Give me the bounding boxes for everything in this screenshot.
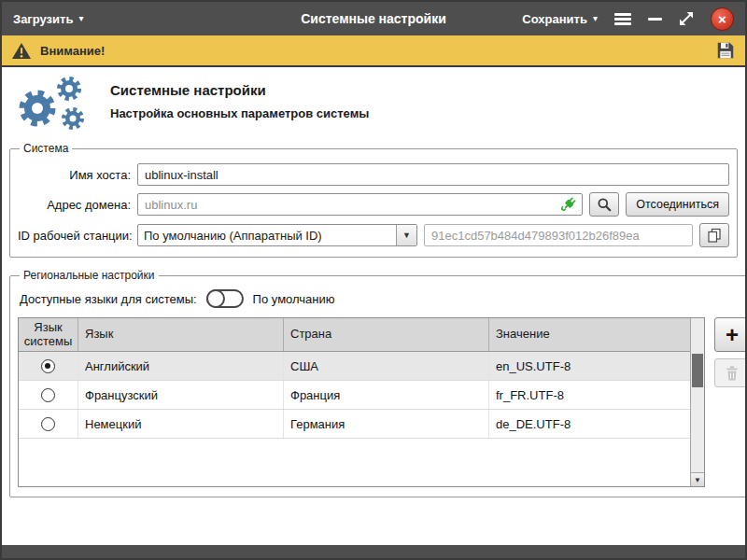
column-header-language[interactable]: Язык (78, 318, 284, 351)
page-subtitle: Настройка основных параметров системы (110, 106, 369, 120)
toggle-default-label: По умолчанию (253, 292, 335, 306)
load-button[interactable]: Загрузить ▾ (13, 12, 83, 26)
maximize-button[interactable] (679, 11, 694, 26)
table-row[interactable]: Английский США en_US.UTF-8 (19, 352, 690, 381)
close-button[interactable]: × (711, 7, 734, 31)
workstation-id-mode-value: По умолчанию (Аппаратный ID) (138, 225, 396, 245)
domain-field-wrap (137, 193, 583, 216)
available-languages-label: Доступные языки для системы: (20, 292, 197, 306)
save-button[interactable]: Сохранить ▾ (522, 12, 598, 26)
domain-label: Адрес домена: (18, 198, 137, 212)
plug-connected-icon (560, 196, 577, 213)
close-icon: × (718, 12, 726, 26)
warning-icon (11, 42, 32, 60)
arrow-down-icon: ▼ (694, 476, 701, 484)
language-cell: Немецкий (78, 410, 284, 438)
language-cell: Французский (78, 381, 284, 409)
copy-id-button[interactable] (699, 223, 729, 247)
system-language-radio[interactable] (41, 359, 55, 373)
regional-group: Региональные настройки Доступные языки д… (9, 269, 745, 497)
workstation-id-mode-select[interactable]: По умолчанию (Аппаратный ID) ▼ (137, 224, 417, 246)
system-language-cell (19, 352, 78, 380)
country-cell: США (284, 352, 489, 380)
app-window: Загрузить ▾ Системные настройки Сохранит… (0, 0, 747, 560)
save-button-label: Сохранить (522, 12, 587, 26)
save-to-file-button[interactable] (715, 40, 736, 61)
country-cell: Германия (284, 410, 489, 438)
language-cell: Английский (78, 352, 284, 380)
trash-icon (725, 365, 740, 382)
value-cell: en_US.UTF-8 (489, 352, 690, 380)
column-header-system-language[interactable]: Язык системы (19, 318, 78, 351)
bottom-status-bar (2, 545, 745, 558)
scrollbar-down-button[interactable]: ▼ (691, 472, 704, 486)
languages-table: Язык системы Язык Страна Значение Англий… (18, 317, 705, 487)
column-header-value[interactable]: Значение (489, 318, 690, 351)
domain-search-button[interactable] (589, 192, 619, 217)
main-content: Системные настройки Настройка основных п… (2, 67, 745, 545)
menu-icon[interactable] (614, 13, 631, 25)
load-button-label: Загрузить (13, 12, 73, 26)
hostname-label: Имя хоста: (18, 168, 137, 182)
page-header-text: Системные настройки Настройка основных п… (110, 75, 369, 120)
minimize-button[interactable] (648, 9, 662, 28)
column-header-country[interactable]: Страна (284, 318, 489, 351)
floppy-disk-icon (715, 40, 736, 61)
country-cell: Франция (284, 381, 489, 409)
workstation-id-row: ID рабочей станции: По умолчанию (Аппара… (18, 223, 729, 247)
system-group-legend: Система (20, 142, 72, 155)
hostname-row: Имя хоста: (18, 163, 729, 186)
regional-group-legend: Региональные настройки (20, 269, 159, 282)
table-row[interactable]: Французский Франция fr_FR.UTF-8 (19, 381, 690, 410)
domain-input[interactable] (137, 193, 583, 216)
caret-down-icon: ▾ (78, 14, 83, 23)
table-row[interactable]: Немецкий Германия de_DE.UTF-8 (19, 410, 690, 439)
system-language-cell (19, 410, 78, 438)
page-header: Системные настройки Настройка основных п… (9, 75, 738, 133)
add-language-button[interactable]: + (714, 317, 745, 352)
delete-language-button (714, 358, 745, 387)
languages-toggle-row: Доступные языки для системы: По умолчани… (20, 289, 745, 308)
warning-bar: Внимание! (2, 35, 745, 67)
expand-icon (679, 11, 694, 26)
window-title: Системные настройки (301, 11, 446, 26)
languages-table-zone: Язык системы Язык Страна Значение Англий… (18, 317, 745, 487)
workstation-id-value: 91ec1cd57b484d479893f012b26f89ea (424, 224, 693, 246)
hostname-input[interactable] (137, 163, 729, 186)
gears-icon (9, 75, 99, 133)
warning-label: Внимание! (40, 44, 105, 58)
chevron-down-icon: ▼ (396, 225, 416, 245)
minimize-icon (648, 18, 662, 21)
table-side-buttons: + (714, 317, 745, 387)
search-icon (597, 197, 612, 212)
titlebar: Загрузить ▾ Системные настройки Сохранит… (2, 2, 745, 35)
value-cell: de_DE.UTF-8 (489, 410, 690, 438)
titlebar-controls: Сохранить ▾ × (522, 7, 734, 31)
languages-table-inner: Язык системы Язык Страна Значение Англий… (19, 318, 690, 486)
vertical-scrollbar[interactable]: ▼ (690, 318, 704, 486)
value-cell: fr_FR.UTF-8 (489, 381, 690, 409)
page-title: Системные настройки (110, 82, 369, 98)
system-group: Система Имя хоста: Адрес домена: (9, 142, 738, 258)
scrollbar-thumb[interactable] (692, 354, 703, 387)
connection-status (560, 196, 577, 217)
domain-row: Адрес домена: (18, 192, 729, 217)
table-header-row: Язык системы Язык Страна Значение (19, 318, 690, 352)
system-language-radio[interactable] (41, 417, 55, 431)
system-language-cell (19, 381, 78, 409)
copy-icon (707, 228, 722, 243)
caret-down-icon: ▾ (593, 14, 598, 23)
plus-icon: + (726, 324, 739, 346)
workstation-id-label: ID рабочей станции: (18, 229, 137, 243)
system-language-radio[interactable] (41, 388, 55, 402)
toggle-knob (206, 289, 225, 308)
disconnect-button[interactable]: Отсоединиться (626, 192, 729, 217)
languages-default-toggle[interactable] (206, 289, 244, 308)
